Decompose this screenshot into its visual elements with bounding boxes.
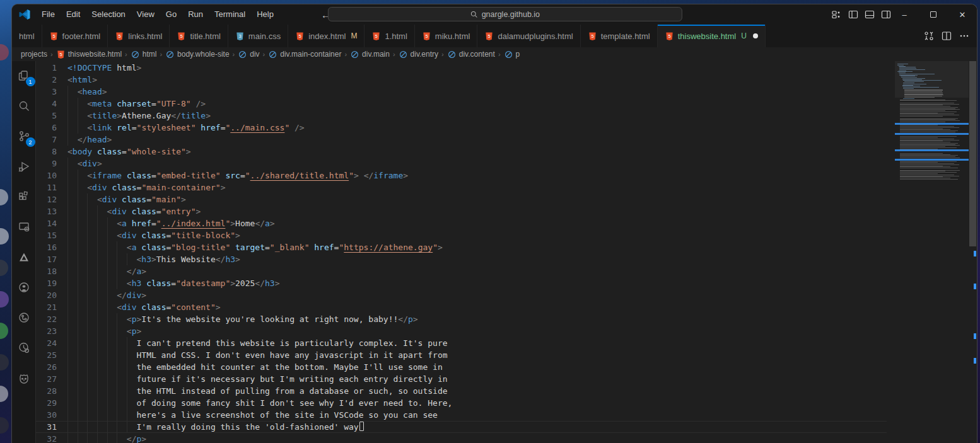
code-line-31[interactable]: 31I'm really doing this the 'old-fashion…	[36, 421, 887, 433]
breadcrumb-item-div.content[interactable]: div.content	[447, 50, 495, 59]
tab-main.css[interactable]: 3main.css	[228, 25, 288, 47]
activity-gitlens-icon[interactable]	[15, 340, 33, 356]
line-number: 3	[36, 86, 67, 98]
tab-dalamudplugins.html[interactable]: 5dalamudplugins.html	[477, 25, 580, 47]
activity-source-control-icon[interactable]: 2	[15, 128, 33, 144]
activity-git-graph-icon[interactable]	[15, 309, 33, 326]
code-line-24[interactable]: 24I can't pretend this website is partic…	[36, 337, 887, 349]
menu-go[interactable]: Go	[160, 5, 182, 24]
code-line-23[interactable]: 23<p>	[36, 325, 887, 337]
breadcrumb-item-body.whole-site[interactable]: body.whole-site	[165, 50, 230, 59]
activity-badge: 1	[26, 77, 35, 86]
code-line-content: </a>	[67, 265, 887, 277]
indent-guide	[78, 181, 88, 193]
close-button[interactable]: ✕	[948, 4, 977, 25]
unsaved-dot-icon[interactable]	[753, 33, 758, 38]
activity-remote-explorer-icon[interactable]	[15, 219, 33, 235]
toggle-primary-sidebar-icon[interactable]	[848, 9, 858, 20]
activity-godot-icon[interactable]	[15, 370, 33, 386]
code-line-11[interactable]: 11<div class="main-container">	[36, 181, 887, 193]
minimize-button[interactable]: –	[890, 4, 919, 25]
code-line-19[interactable]: 19<h3 class="datestamp">2025</h3>	[36, 277, 887, 289]
tab-html[interactable]: html	[12, 25, 42, 47]
code-line-20[interactable]: 20</div>	[36, 289, 887, 301]
code-line-32[interactable]: 32</p>	[36, 433, 887, 443]
code-line-25[interactable]: 25HTML and CSS. I don't even have any ja…	[36, 349, 887, 361]
code-editor[interactable]: 1<!DOCTYPE html>2<html>3<head>4<meta cha…	[36, 61, 977, 443]
code-line-1[interactable]: 1<!DOCTYPE html>	[36, 62, 887, 74]
toggle-panel-icon[interactable]	[865, 9, 875, 20]
activity-extensions-icon[interactable]	[15, 188, 33, 205]
menu-file[interactable]: File	[36, 5, 61, 24]
code-line-content: <body class="whole-site">	[67, 146, 887, 158]
tab-title.html[interactable]: 5title.html	[170, 25, 228, 47]
code-line-7[interactable]: 7</head>	[36, 134, 887, 146]
code-line-10[interactable]: 10<iframe class="embed-title" src="../sh…	[36, 170, 887, 181]
code-line-18[interactable]: 18</a>	[36, 265, 887, 277]
code-line-26[interactable]: 26the embedded hit counter at the bottom…	[36, 361, 887, 373]
tab-footer.html[interactable]: 5footer.html	[42, 25, 108, 47]
breadcrumb-item-thiswebsite.html[interactable]: 5thiswebsite.html	[56, 50, 122, 59]
code-line-5[interactable]: 5<title>Athene.Gay</title>	[36, 110, 887, 122]
code-line-17[interactable]: 17<h3>This Website</h3>	[36, 253, 887, 265]
split-editor-icon[interactable]	[942, 31, 952, 41]
breadcrumb-item-p[interactable]: p	[504, 50, 520, 59]
breadcrumb-item-div[interactable]: div	[238, 50, 259, 59]
code-line-27[interactable]: 27future if it's necessary but I'm writi…	[36, 373, 887, 385]
code-line-9[interactable]: 9<div>	[36, 158, 887, 170]
tab-template.html[interactable]: 5template.html	[581, 25, 658, 47]
breadcrumb-item-div.main-container[interactable]: div.main-container	[268, 50, 341, 59]
scrollbar-thumb[interactable]	[969, 61, 976, 246]
activity-search-icon[interactable]	[15, 98, 33, 114]
indent-guide	[107, 229, 117, 241]
indent-guide	[117, 433, 127, 443]
code-line-8[interactable]: 8<body class="whole-site">	[36, 146, 887, 158]
compare-changes-icon[interactable]	[924, 31, 934, 41]
tab-links.html[interactable]: 5links.html	[108, 25, 170, 47]
code-line-16[interactable]: 16<a class="blog-title" target="_blank" …	[36, 241, 887, 253]
tab-miku.html[interactable]: 5miku.html	[415, 25, 478, 47]
customize-layout-icon[interactable]	[832, 9, 842, 20]
code-line-29[interactable]: 29of doing some fancy shit I don't see w…	[36, 397, 887, 409]
menu-selection[interactable]: Selection	[86, 5, 131, 24]
activity-explorer-icon[interactable]: 1	[15, 67, 33, 84]
line-number: 24	[36, 337, 67, 349]
more-actions-icon[interactable]	[959, 31, 969, 41]
code-line-22[interactable]: 22<p>It's the website you're looking at …	[36, 313, 887, 325]
menu-help[interactable]: Help	[251, 5, 279, 24]
maximize-button[interactable]	[919, 4, 948, 25]
activity-triangle-logo-icon[interactable]	[15, 249, 33, 265]
code-line-28[interactable]: 28the HTML instead of pulling from a dat…	[36, 385, 887, 397]
command-center-search[interactable]: gnargle.github.io	[328, 7, 682, 21]
minimap[interactable]	[895, 61, 969, 443]
code-line-4[interactable]: 4<meta charset="UTF-8" />	[36, 98, 887, 110]
breadcrumb-item-div.main[interactable]: div.main	[350, 50, 390, 59]
menu-edit[interactable]: Edit	[61, 5, 86, 24]
tab-index.html[interactable]: 5index.htmlM	[288, 25, 365, 47]
code-line-15[interactable]: 15<div class="title-block">	[36, 229, 887, 241]
tab-1.html[interactable]: 51.html	[365, 25, 414, 47]
editor-scrollbar[interactable]	[969, 61, 977, 443]
code-line-3[interactable]: 3<head>	[36, 86, 887, 98]
code-line-30[interactable]: 30here's a live screenshot of the site i…	[36, 409, 887, 421]
menu-run[interactable]: Run	[182, 5, 209, 24]
menu-terminal[interactable]: Terminal	[209, 5, 251, 24]
activity-run-debug-icon[interactable]	[15, 158, 33, 175]
indent-guide	[87, 433, 97, 443]
code-line-2[interactable]: 2<html>	[36, 74, 887, 86]
code-line-14[interactable]: 14<a href="../index.html">Home</a>	[36, 217, 887, 229]
breadcrumb-item-div.entry[interactable]: div.entry	[399, 50, 438, 59]
menu-view[interactable]: View	[131, 5, 160, 24]
code-line-6[interactable]: 6<link rel="stylesheet" href="../main.cs…	[36, 122, 887, 134]
code-token: target	[230, 243, 265, 252]
activity-github-icon[interactable]	[15, 279, 33, 296]
code-line-13[interactable]: 13<div class="entry">	[36, 205, 887, 217]
code-line-21[interactable]: 21<div class="content">	[36, 301, 887, 313]
code-line-12[interactable]: 12<div class="main">	[36, 193, 887, 205]
breadcrumb-item-html[interactable]: html	[131, 50, 157, 59]
indent-guide	[97, 229, 107, 241]
tab-thiswebsite.html[interactable]: 5thiswebsite.htmlU	[658, 25, 766, 47]
breadcrumb-item-projects[interactable]: projects	[21, 50, 47, 59]
code-token: >	[97, 159, 102, 168]
overview-ruler-mark	[974, 358, 976, 364]
